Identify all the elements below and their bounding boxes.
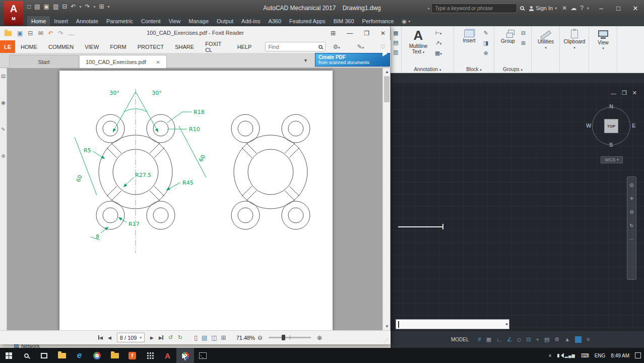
zoom-in-icon[interactable]: ⊕ <box>317 334 322 341</box>
model-space-button[interactable]: MODEL <box>451 337 469 342</box>
single-page-view-icon[interactable]: ▯ <box>194 334 198 341</box>
foxit-taskbar-icon[interactable]: f <box>123 348 141 363</box>
search-icon[interactable] <box>520 6 524 10</box>
search-expand-icon[interactable]: ▸ <box>428 6 430 11</box>
zoom-slider[interactable] <box>269 337 311 338</box>
utilities-panel-button[interactable]: Utilities ▾ <box>533 28 558 50</box>
search-button[interactable] <box>18 348 35 363</box>
help-icon[interactable]: ? <box>580 5 584 12</box>
ribbon-tab-content[interactable]: Content <box>137 16 165 26</box>
office-apps-icon[interactable] <box>141 348 159 363</box>
facing-view-icon[interactable]: ◫ <box>211 334 217 341</box>
foxit-restore-button[interactable]: ❐ <box>364 30 369 37</box>
partial-tool-icon[interactable]: ▤ <box>393 40 398 45</box>
volume-icon[interactable] <box>557 354 559 357</box>
help-caret-icon[interactable]: ▾ <box>587 6 589 11</box>
foxit-close-button[interactable]: ✕ <box>380 30 385 37</box>
annotation-panel-label[interactable]: Annotation ▾ <box>402 67 454 72</box>
find-box[interactable] <box>265 42 326 51</box>
tab-document[interactable]: 100_CAD_Exercises.pdf ✕ <box>79 55 167 69</box>
dimension-tool-icon[interactable]: ⊢▾ <box>435 30 441 36</box>
share-menu[interactable]: SHARE <box>169 40 200 53</box>
annotation-visibility-icon[interactable]: ▲ <box>564 336 570 342</box>
form-menu[interactable]: FORM <box>104 40 132 53</box>
ribbon-tab-insert[interactable]: Insert <box>50 16 72 26</box>
drawing-restore-icon[interactable]: ❐ <box>622 90 627 96</box>
clipboard-panel-button[interactable]: Clipboard ▾ <box>562 28 587 50</box>
find-input[interactable] <box>268 44 318 50</box>
sign-in-caret-icon[interactable]: ▾ <box>555 6 557 11</box>
ribbon-tab-parametric[interactable]: Parametric <box>102 16 137 26</box>
orbit-icon[interactable]: ↻ <box>629 223 633 228</box>
folder-icon[interactable] <box>106 348 123 363</box>
scrollbar-thumb[interactable] <box>384 76 390 102</box>
ortho-toggle-icon[interactable]: ∟ <box>496 336 502 342</box>
foxit-minimize-button[interactable]: — <box>347 30 353 37</box>
snap-toggle-icon[interactable]: ▦ <box>486 336 491 343</box>
ribbon-tab-home[interactable]: Home <box>27 16 50 26</box>
ribbon-cycle-icon[interactable]: ◉ ▾ <box>398 16 418 26</box>
viewcube-west[interactable]: W <box>586 123 591 129</box>
osnap-toggle-icon[interactable]: ⊡ <box>526 336 531 343</box>
ribbon-tab-annotate[interactable]: Annotate <box>72 16 102 26</box>
ribbon-tab-output[interactable]: Output <box>213 16 237 26</box>
comments-panel-icon[interactable]: ✎ <box>1 127 5 132</box>
block-panel-label[interactable]: Block ▾ <box>454 67 494 72</box>
autocad-drawing-area[interactable]: — ❐ ✕ N W E S TOP WCS▾ ◎ ✛ ⊖ ↻ ⋯ <box>391 73 644 330</box>
foxit-cloud-menu[interactable]: FOXIT CL <box>200 40 231 53</box>
annotate-tools-icon[interactable]: ✎▾ <box>357 43 364 50</box>
ribbon-tab-performance[interactable]: Performance <box>358 16 398 26</box>
ungroup-icon[interactable]: ⊟ <box>521 30 526 36</box>
ribbon-tab-a360[interactable]: A360 <box>264 16 285 26</box>
ribbon-tab-bim360[interactable]: BIM 360 <box>330 16 358 26</box>
tab-close-icon[interactable]: ✕ <box>156 59 160 65</box>
tab-list-caret-icon[interactable]: ▼ <box>303 58 308 63</box>
zoom-extents-icon[interactable]: ⊖ <box>629 209 633 215</box>
command-history-icon[interactable]: ◂ <box>505 322 507 326</box>
first-page-button[interactable]: ◀ <box>98 335 103 340</box>
workspace-gear-icon[interactable]: ⚙ <box>554 336 559 343</box>
view-panel-button[interactable]: View ▾ <box>591 28 616 50</box>
annotation-scale-icon[interactable]: ▤ <box>544 336 549 343</box>
pdf-page[interactable]: 30° 30° R18 R10 R5 R27.5 R45 R17 60 60 8 <box>59 71 333 330</box>
viewcube-east[interactable]: E <box>632 123 635 129</box>
view-menu[interactable]: VIEW <box>79 40 104 53</box>
table-tool-icon[interactable]: ▦▾ <box>435 50 442 56</box>
resize-grip-icon[interactable]: ⋰ <box>383 338 389 343</box>
comment-menu[interactable]: COMMEN <box>43 40 79 53</box>
previous-view-button[interactable]: ↺ <box>168 334 173 341</box>
multiline-text-button[interactable]: A Multiline Text ▾ <box>406 28 431 55</box>
network-signal-icon[interactable]: ▂▄▆ <box>565 353 575 358</box>
ribbon-tab-featured-apps[interactable]: Featured Apps <box>285 16 330 26</box>
maximize-button[interactable]: □ <box>610 5 627 12</box>
group-edit-icon[interactable]: ⊞ <box>521 40 526 46</box>
find-icon[interactable] <box>318 45 323 49</box>
hardware-acceleration-icon[interactable] <box>575 336 582 343</box>
file-explorer-icon[interactable] <box>53 348 71 363</box>
vertical-scrollbar[interactable]: ▲ ▼ <box>382 68 390 330</box>
viewcube-south[interactable]: S <box>609 142 613 148</box>
isodraft-icon[interactable]: ◇ <box>517 336 521 343</box>
language-indicator[interactable]: ENG <box>595 353 606 358</box>
leader-tool-icon[interactable]: ↗▾ <box>435 40 442 46</box>
action-center-icon[interactable] <box>635 352 641 358</box>
cloud-icon[interactable]: ☁ <box>570 5 576 12</box>
command-line-input[interactable]: ◂ <box>396 319 509 329</box>
ribbon-tab-addins[interactable]: Add-ins <box>237 16 264 26</box>
settings-gear-icon[interactable]: ⚙▾ <box>333 43 340 50</box>
favorites-heart-icon[interactable]: ♡ <box>380 43 385 50</box>
continuous-view-icon[interactable]: ▤ <box>202 334 207 341</box>
scroll-down-icon[interactable]: ▼ <box>385 324 389 329</box>
help-search-input[interactable] <box>431 4 517 13</box>
bookmarks-panel-icon[interactable]: ▤ <box>1 73 6 79</box>
foxit-document-area[interactable]: ▤ ◉ ✎ ⊕ <box>0 68 391 330</box>
wcs-dropdown[interactable]: WCS▾ <box>601 156 623 163</box>
partial-tool-icon[interactable]: ▦ <box>393 30 398 36</box>
drawing-minimize-icon[interactable]: — <box>611 90 616 96</box>
groups-panel-label[interactable]: Groups ▾ <box>494 67 531 72</box>
zoom-slider-thumb[interactable] <box>282 335 285 340</box>
create-block-icon[interactable]: ✎ <box>484 30 488 36</box>
next-page-button[interactable]: ▶ <box>150 335 154 340</box>
tab-start[interactable]: Start <box>9 55 79 68</box>
task-view-button[interactable] <box>35 348 53 363</box>
